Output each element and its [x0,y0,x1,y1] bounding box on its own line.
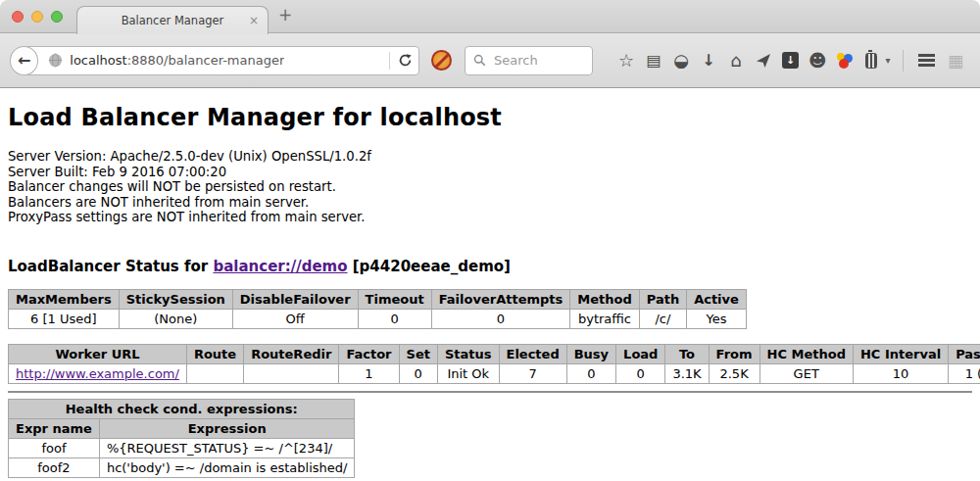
table-row: http://www.example.com/ 1 0 Init Ok 7 0 … [9,363,980,383]
cell-set: 0 [399,363,437,383]
back-arrow-icon: ← [18,51,30,70]
bookmark-star-icon[interactable]: ☆ [612,46,640,75]
col-set: Set [399,344,437,363]
page-content: Load Balancer Manager for localhost Serv… [0,88,980,481]
col-maxmembers: MaxMembers [9,289,120,309]
cell-route [186,363,243,383]
col-worker-url: Worker URL [9,344,187,363]
cell-from: 2.5K [709,363,760,383]
cell-expr-name: foof2 [9,457,100,477]
cell-worker-url: http://www.example.com/ [9,363,187,383]
col-timeout: Timeout [358,289,431,309]
cell-expression: hc('body') =~ /domain is established/ [99,457,355,477]
search-bar[interactable] [465,46,593,75]
balancer-demo-link[interactable]: balancer://demo [213,258,347,275]
window-minimize-button[interactable] [31,11,43,23]
table-row: foof2 hc('body') =~ /domain is establish… [9,457,355,477]
titlebar: Balancer Manager × + [0,0,980,33]
cell-expr-name: foof [9,438,100,457]
url-bar-right [381,52,413,70]
toolbar-buttons: ☆ ▤ ◒ ↓ ⌂ ↓ ☻ ▾ ▦ [612,46,970,75]
reading-list-icon[interactable]: ▤ [640,46,667,75]
cell-disablefailover: Off [232,309,358,328]
tab-close-icon[interactable]: × [249,14,259,27]
hamburger-menu-icon[interactable] [911,46,941,75]
col-failoverattempts: FailoverAttempts [431,289,570,309]
col-from: From [709,344,760,363]
col-factor: Factor [339,344,399,363]
send-tab-plane-icon[interactable] [750,53,777,69]
col-to: To [665,344,709,363]
back-button[interactable]: ← [10,46,38,75]
cell-hc-method: GET [760,363,853,383]
battery-extension-icon[interactable] [865,53,877,69]
url-path: :8880/balancer-manager [127,53,285,68]
col-busy: Busy [566,344,615,363]
persist-notice-line: Balancer changes will NOT be persisted o… [8,179,972,195]
table-header-row: MaxMembers StickySession DisableFailover… [9,289,747,309]
col-passes: Passes [949,344,980,363]
col-load: Load [616,344,665,363]
col-hc-method: HC Method [760,344,853,363]
table-header-row: Expr name Expression [9,418,355,438]
cell-maxmembers: 6 [1 Used] [9,309,120,328]
url-bar-divider [389,52,390,70]
cell-passes: 1 (0) [949,363,980,383]
chat-smiley-icon[interactable]: ☻ [804,46,831,75]
proxypass-notice-line: ProxyPass settings are NOT inherited fro… [8,210,972,225]
col-method: Method [570,289,639,309]
downloads-icon[interactable]: ↓ [695,46,722,75]
url-bar[interactable]: localhost:8880/balancer-manager [24,46,419,75]
cell-timeout: 0 [358,309,431,328]
col-elected: Elected [499,344,566,363]
window-zoom-button[interactable] [51,11,63,23]
home-icon[interactable]: ⌂ [722,46,750,75]
page-title: Load Balancer Manager for localhost [8,104,972,131]
health-check-table: Health check cond. expressions: Expr nam… [8,399,355,478]
server-version-line: Server Version: Apache/2.5.0-dev (Unix) … [8,149,972,165]
chevron-down-icon[interactable]: ▾ [881,55,895,66]
col-path: Path [639,289,686,309]
tab-groups-icon[interactable]: ▦ [941,51,970,71]
cell-expression: %{REQUEST_STATUS} =~ /^[234]/ [99,438,355,457]
pocket-icon[interactable]: ◒ [667,46,695,75]
reload-icon[interactable] [398,53,413,68]
cell-elected: 7 [499,363,566,383]
cell-stickysession: (None) [119,309,232,328]
cell-path: /c/ [639,309,686,328]
col-route: Route [186,344,243,363]
table-header-row: Worker URL Route RouteRedir Factor Set S… [9,344,980,363]
navigation-toolbar: ← localhost:8880/balancer-manager ☆ ▤ [0,33,980,88]
cell-failoverattempts: 0 [431,309,570,328]
cell-factor: 1 [339,363,399,383]
col-active: Active [687,289,747,309]
search-input[interactable] [492,52,580,69]
server-info: Server Version: Apache/2.5.0-dev (Unix) … [8,149,972,225]
col-stickysession: StickySession [119,289,232,309]
window-close-button[interactable] [12,11,24,23]
balancer-settings-table: MaxMembers StickySession DisableFailover… [8,289,747,329]
balancer-status-heading: LoadBalancer Status for balancer://demo … [8,258,972,275]
worker-url-link[interactable]: http://www.example.com/ [16,366,179,381]
col-routeredir: RouteRedir [244,344,339,363]
site-identity-globe-icon[interactable] [48,53,63,68]
inherit-notice-line: Balancers are NOT inherited from main se… [8,195,972,211]
video-download-icon[interactable]: ↓ [782,52,799,69]
colored-dots-extension-icon[interactable] [836,52,854,69]
url-domain: localhost [70,53,126,68]
tab-balancer-manager[interactable]: Balancer Manager × [76,6,269,34]
heading-suffix: [p4420eeae_demo] [348,258,511,275]
table-row: foof %{REQUEST_STATUS} =~ /^[234]/ [9,438,355,457]
window-controls [12,11,63,23]
col-hc-interval: HC Interval [853,344,948,363]
new-tab-button[interactable]: + [278,5,292,24]
search-icon [473,54,486,67]
cell-busy: 0 [566,363,615,383]
server-built-line: Server Built: Feb 9 2016 07:00:20 [8,165,972,180]
table-title-row: Health check cond. expressions: [9,399,355,418]
cell-to: 3.1K [665,363,709,383]
section-divider [8,391,972,393]
noscript-blocked-icon[interactable] [431,50,452,71]
heading-prefix: LoadBalancer Status for [8,258,213,275]
col-expression: Expression [99,418,355,438]
